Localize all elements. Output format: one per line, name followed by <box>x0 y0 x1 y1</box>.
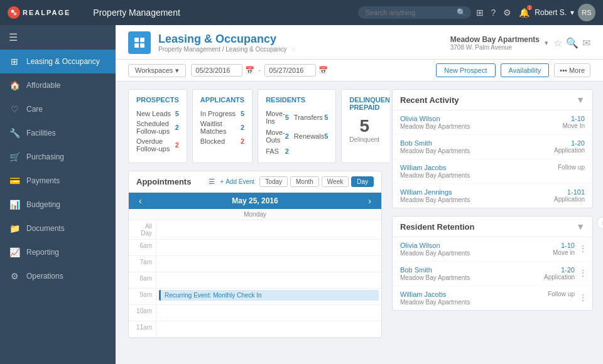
9am-content[interactable]: Recurring Event: Monthly Check In <box>156 289 381 304</box>
retention-right-1: 1-20 Application <box>544 266 575 281</box>
retention-type-1: Application <box>544 274 575 281</box>
list-events-icon[interactable]: ☰ <box>209 178 215 186</box>
date-from-input[interactable] <box>191 64 242 77</box>
prospects-overdue-label: Overdue Follow-ups <box>136 137 175 153</box>
header-actions: ☆ 🔍 ✉ <box>553 37 590 49</box>
sidebar-item-operations[interactable]: ⚙ Operations <box>0 264 116 288</box>
retention-header: Resident Retention ▼ <box>393 217 592 237</box>
6am-label: 6am <box>129 240 156 255</box>
retention-prop-2: Meadow Bay Apartments <box>400 299 585 306</box>
day-button[interactable]: Day <box>351 176 374 187</box>
more-label: More <box>569 67 585 74</box>
retention-unit-0[interactable]: 1-10 <box>553 242 575 249</box>
wrench-icon: 🔧 <box>9 128 20 138</box>
recent-activity-title: Recent Activity <box>400 95 459 105</box>
calendar-from-icon[interactable]: 📅 <box>245 66 254 75</box>
activity-right-3: 1-101 Application <box>554 188 585 203</box>
activity-unit-3[interactable]: 1-101 <box>554 188 585 196</box>
sidebar-item-budgeting[interactable]: 📊 Budgeting <box>0 193 116 217</box>
sidebar-item-affordable[interactable]: 🏠 Affordable <box>0 73 116 97</box>
sidebar-item-care[interactable]: ♡ Care <box>0 97 116 121</box>
sidebar-item-budgeting-label: Budgeting <box>26 200 60 209</box>
panel-expand-button[interactable]: › <box>597 217 603 229</box>
time-slot-10am: 10am <box>129 305 381 321</box>
prospects-scheduled-value: 2 <box>175 124 179 131</box>
8am-label: 8am <box>129 272 156 288</box>
cart-icon: 🛒 <box>9 152 20 162</box>
user-menu[interactable]: Robert S. ▾ RS <box>535 4 595 21</box>
hamburger-menu[interactable]: ☰ <box>0 25 116 50</box>
retention-right-0: 1-10 Move in <box>553 242 575 256</box>
next-day-button[interactable]: › <box>366 196 374 206</box>
retention-item-1: Bob Smith Meadow Bay Apartments 1-20 App… <box>393 262 592 286</box>
activity-name-0[interactable]: Olivia Wilson <box>400 115 585 122</box>
residents-transfers: Transfers 5 <box>294 109 328 126</box>
sidebar-item-reporting[interactable]: 📈 Reporting <box>0 240 116 264</box>
sidebar: ☰ ⊞ Leasing & Occupancy 🏠 Affordable ♡ C… <box>0 25 116 364</box>
add-event-button[interactable]: + Add Event <box>220 178 254 185</box>
retention-title: Resident Retention <box>400 222 474 232</box>
workspaces-button[interactable]: Workspaces ▾ <box>128 64 186 77</box>
10am-content <box>156 305 381 321</box>
app-logo[interactable]: REALPAGE <box>8 6 70 19</box>
svg-rect-2 <box>134 38 139 42</box>
search-input[interactable] <box>358 6 471 19</box>
header-search-icon[interactable]: 🔍 <box>566 37 579 49</box>
applicants-card: APPLICANTS In Progress 5 Waitlist Matche… <box>192 89 253 163</box>
grid-icon[interactable]: ⊞ <box>476 8 484 18</box>
activity-unit-1[interactable]: 1-20 <box>554 139 585 147</box>
property-address: 3708 W. Palm Avenue <box>450 44 540 51</box>
header-mail-icon[interactable]: ✉ <box>582 37 590 49</box>
notification-badge: 1 <box>527 5 532 10</box>
month-button[interactable]: Month <box>290 176 319 187</box>
property-dropdown-icon[interactable]: ▾ <box>545 39 548 47</box>
notifications-icon[interactable]: 🔔 1 <box>519 8 530 18</box>
content-body: PROSPECTS New Leads 5 Scheduled Follow-u… <box>116 82 603 364</box>
applicants-waitlist: Waitlist Matches 2 <box>200 119 244 136</box>
operations-icon: ⚙ <box>9 271 20 281</box>
retention-unit-1[interactable]: 1-20 <box>544 266 575 274</box>
settings-icon[interactable]: ⚙ <box>503 8 511 18</box>
availability-button[interactable]: Availability <box>501 63 550 77</box>
home-icon: ⊞ <box>9 56 20 67</box>
recent-activity-filter-icon[interactable]: ▼ <box>576 95 585 105</box>
help-icon[interactable]: ? <box>491 8 496 18</box>
recent-activity-section: Recent Activity ▼ Olivia Wilson Meadow B… <box>392 89 593 208</box>
prospects-new-leads-label: New Leads <box>136 110 171 117</box>
recurring-event[interactable]: Recurring Event: Monthly Check In <box>159 290 379 301</box>
more-button[interactable]: ••• More <box>554 63 590 77</box>
week-button[interactable]: Week <box>322 176 349 187</box>
header-star-icon[interactable]: ☆ <box>553 37 562 49</box>
sidebar-item-documents[interactable]: 📁 Documents <box>0 217 116 240</box>
today-button[interactable]: Today <box>259 176 288 187</box>
sidebar-item-payments[interactable]: 💳 Payments <box>0 169 116 193</box>
sidebar-item-facilities[interactable]: 🔧 Facilities <box>0 121 116 145</box>
breadcrumb-current[interactable]: Leasing & Occupancy <box>225 46 286 53</box>
star-icon[interactable]: ☆ <box>291 46 296 53</box>
sidebar-item-payments-label: Payments <box>26 176 60 185</box>
calendar-to-icon[interactable]: 📅 <box>318 66 328 75</box>
sidebar-item-purchasing[interactable]: 🛒 Purchasing <box>0 145 116 169</box>
delinquent-label: Delinquent <box>349 136 379 143</box>
avatar: RS <box>578 4 595 21</box>
retention-dots-2[interactable]: ⋮ <box>579 292 587 302</box>
resident-retention-section: Resident Retention ▼ Olivia Wilson Meado… <box>392 216 593 311</box>
activity-prop-0: Meadow Bay Apartments <box>400 123 585 130</box>
activity-name-2[interactable]: William Jacobs <box>400 164 585 171</box>
retention-filter-icon[interactable]: ▼ <box>576 222 585 232</box>
toolbar-right: New Prospect Availability ••• More <box>436 63 590 77</box>
module-icon <box>128 31 151 54</box>
top-nav-icons: ⊞ ? ⚙ 🔔 1 <box>476 8 530 18</box>
sidebar-item-documents-label: Documents <box>26 224 65 233</box>
breadcrumb-parent[interactable]: Property Management <box>158 46 220 53</box>
sidebar-item-operations-label: Operations <box>26 272 63 281</box>
date-to-input[interactable] <box>264 64 316 77</box>
prev-day-button[interactable]: ‹ <box>136 196 144 206</box>
activity-unit-0[interactable]: 1-10 <box>562 115 585 122</box>
retention-dots-1[interactable]: ⋮ <box>579 268 587 278</box>
retention-dots-0[interactable]: ⋮ <box>579 244 587 254</box>
chart-icon: 📊 <box>9 200 20 210</box>
new-prospect-button[interactable]: New Prospect <box>436 63 495 77</box>
sidebar-item-leasing[interactable]: ⊞ Leasing & Occupancy <box>0 50 116 73</box>
workspaces-label: Workspaces <box>135 67 173 74</box>
